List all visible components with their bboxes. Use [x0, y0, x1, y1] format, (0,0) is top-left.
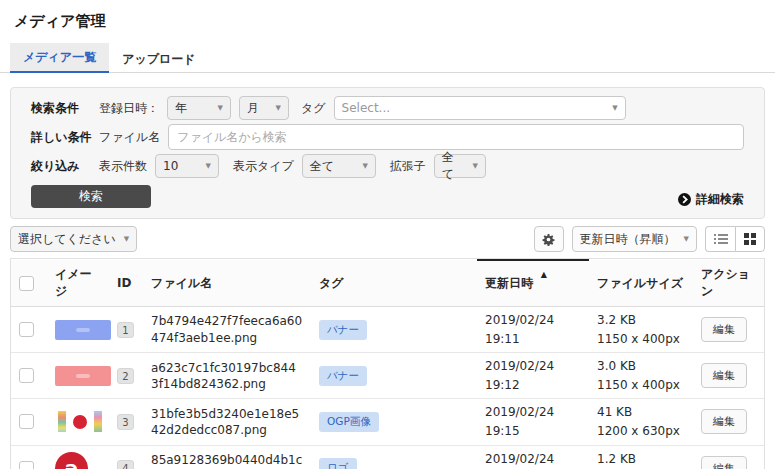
cell-tag: OGP画像	[311, 399, 477, 445]
chevron-down-icon: ▼	[206, 162, 211, 170]
circle-arrow-right-icon	[678, 193, 691, 206]
detail-condition-row: 詳しい条件 ファイル名	[31, 124, 744, 150]
cell-image	[47, 399, 109, 445]
thumbnail-image[interactable]	[55, 366, 111, 386]
chevron-down-icon: ▼	[684, 235, 689, 243]
chevron-down-icon: ▼	[612, 104, 617, 112]
row-checkbox[interactable]	[19, 368, 34, 383]
id-badge: 2	[117, 368, 134, 384]
filter-row: 絞り込み 表示件数 10▼ 表示タイプ 全て▼ 拡張子 全て▼	[31, 154, 744, 178]
list-view-icon	[714, 233, 728, 245]
reg-date-label: 登録日時：	[99, 100, 159, 117]
cell-filesize: 3.2 KB1150 x 400px	[589, 307, 693, 353]
edit-button[interactable]: 編集	[701, 456, 747, 469]
grid-view-icon	[744, 233, 756, 245]
logo-glyph: ə	[65, 459, 78, 469]
table-row: ə485a9128369b0440d4b1c01228d39756c.pngロゴ…	[11, 445, 764, 469]
search-condition-label: 検索条件	[31, 100, 97, 117]
tag-pill[interactable]: バナー	[319, 320, 367, 340]
sort-order-value: 更新日時（昇順）	[580, 231, 676, 248]
per-page-value: 10	[163, 159, 178, 173]
cell-action: 編集	[693, 353, 764, 399]
row-checkbox[interactable]	[19, 322, 34, 337]
tag-select-placeholder: Select...	[342, 101, 390, 115]
tab-upload[interactable]: アップロード	[109, 45, 208, 73]
chevron-down-icon: ▼	[218, 104, 223, 112]
cell-filename: 85a9128369b0440d4b1c01228d39756c.png	[143, 445, 311, 469]
cell-image	[47, 307, 109, 353]
settings-button[interactable]	[534, 226, 564, 252]
cell-image: ə	[47, 445, 109, 469]
row-checkbox[interactable]	[19, 414, 34, 429]
month-select-value: 月	[247, 100, 259, 117]
edit-button[interactable]: 編集	[701, 317, 747, 342]
cell-updated: 2019/02/2419:15	[477, 399, 589, 445]
cell-updated: 2019/02/2419:12	[477, 353, 589, 399]
tag-select[interactable]: Select...▼	[334, 96, 626, 120]
header-image: イメージ	[47, 260, 109, 307]
cell-id: 3	[109, 399, 143, 445]
header-tag: タグ	[311, 260, 477, 307]
cell-updated: 2019/02/2419:17	[477, 445, 589, 469]
cell-id: 2	[109, 353, 143, 399]
per-page-select[interactable]: 10▼	[155, 154, 219, 178]
table-header-row: イメージ ID ファイル名 タグ 更新日時 ▲ ファイルサイズ アクション	[11, 260, 764, 307]
extension-select[interactable]: 全て▼	[434, 154, 486, 178]
view-toggle-group	[705, 226, 765, 252]
sort-order-select[interactable]: 更新日時（昇順）▼	[572, 226, 697, 252]
gear-icon	[542, 233, 555, 246]
list-view-button[interactable]	[705, 226, 735, 252]
per-page-label: 表示件数	[99, 158, 147, 175]
thumbnail-image[interactable]	[55, 410, 105, 433]
cell-tag: バナー	[311, 353, 477, 399]
bulk-action-select[interactable]: 選択してください▼	[10, 226, 137, 252]
row-checkbox[interactable]	[19, 461, 34, 469]
tag-label: タグ	[301, 100, 326, 117]
advanced-search-link[interactable]: 詳細検索	[678, 191, 744, 208]
bulk-action-value: 選択してください	[18, 231, 116, 248]
cell-checkbox	[11, 445, 47, 469]
header-updated-sortable[interactable]: 更新日時 ▲	[477, 260, 589, 307]
tab-media-list[interactable]: メディア一覧	[10, 43, 109, 73]
edit-button[interactable]: 編集	[701, 363, 747, 388]
chevron-down-icon: ▼	[276, 104, 281, 112]
header-updated-label: 更新日時	[485, 276, 533, 290]
search-panel: 検索条件 登録日時： 年▼ 月▼ タグ Select...▼ 詳しい条件 ファイ…	[10, 87, 765, 219]
search-button[interactable]: 検索	[31, 185, 151, 208]
cell-id: 4	[109, 445, 143, 469]
filename-search-input[interactable]	[168, 124, 744, 150]
table-row: 331bfe3b5d3240e1e18e542d2dedcc087.pngOGP…	[11, 399, 764, 445]
table-row: 2a623c7c1fc30197bc8443f14bd824362.pngバナー…	[11, 353, 764, 399]
header-filename: ファイル名	[143, 260, 311, 307]
cell-action: 編集	[693, 445, 764, 469]
display-type-label: 表示タイプ	[233, 158, 294, 175]
cell-updated: 2019/02/2419:11	[477, 307, 589, 353]
display-type-select[interactable]: 全て▼	[302, 154, 376, 178]
tag-pill[interactable]: ロゴ	[319, 458, 357, 469]
header-checkbox-cell	[11, 260, 47, 307]
cell-action: 編集	[693, 399, 764, 445]
thumbnail-image[interactable]: ə	[55, 452, 88, 469]
filename-label: ファイル名	[99, 129, 160, 146]
header-filesize: ファイルサイズ	[589, 260, 693, 307]
ogp-logo-circle-icon	[73, 415, 87, 429]
edit-button[interactable]: 編集	[701, 409, 747, 434]
cell-filesize: 41 KB1200 x 630px	[589, 399, 693, 445]
select-all-checkbox[interactable]	[19, 276, 34, 291]
cell-filename: 7b4794e427f7feeca6a60474f3aeb1ee.png	[143, 307, 311, 353]
cell-filesize: 3.0 KB1150 x 400px	[589, 353, 693, 399]
cell-image	[47, 353, 109, 399]
tag-pill[interactable]: OGP画像	[319, 412, 379, 432]
search-condition-row: 検索条件 登録日時： 年▼ 月▼ タグ Select...▼	[31, 96, 744, 120]
thumbnail-image[interactable]	[55, 320, 111, 340]
cell-filesize: 1.2 KB45 x 45px	[589, 445, 693, 469]
panel-actions-row: 検索 詳細検索	[31, 185, 744, 208]
tag-pill[interactable]: バナー	[319, 366, 367, 386]
id-badge: 4	[117, 460, 134, 469]
grid-view-button[interactable]	[735, 226, 765, 252]
month-select[interactable]: 月▼	[239, 96, 289, 120]
cell-filename: a623c7c1fc30197bc8443f14bd824362.png	[143, 353, 311, 399]
cell-tag: ロゴ	[311, 445, 477, 469]
year-select[interactable]: 年▼	[167, 96, 231, 120]
header-id: ID	[109, 260, 143, 307]
